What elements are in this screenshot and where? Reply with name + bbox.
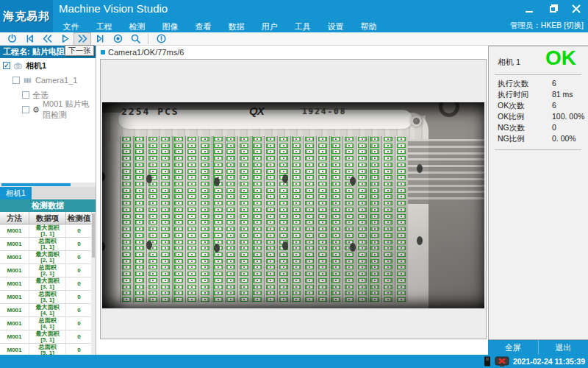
tree-item-2[interactable]: Camera1_1 xyxy=(0,73,96,88)
detection-box xyxy=(122,214,131,219)
toolbar-last-image-button[interactable] xyxy=(91,32,109,46)
menu-item-10[interactable]: 帮助 xyxy=(352,21,385,33)
run-icon xyxy=(60,33,71,44)
cell-method: M001 xyxy=(0,238,29,250)
toolbar-run-button[interactable] xyxy=(56,32,74,46)
exit-button[interactable]: 退出 xyxy=(539,340,588,355)
tab-camera1[interactable]: 相机1 xyxy=(0,187,32,199)
scrollbar-thumb[interactable] xyxy=(92,213,95,258)
detection-box xyxy=(201,233,209,238)
close-button[interactable] xyxy=(570,3,582,15)
menu-item-3[interactable]: 检测 xyxy=(121,21,154,33)
minimize-button[interactable] xyxy=(523,3,535,15)
detection-box xyxy=(370,214,379,219)
scrollbar-thumb[interactable] xyxy=(1,183,71,186)
tree-item-1[interactable]: ✓相机1 xyxy=(0,58,96,73)
detection-box xyxy=(174,240,183,244)
detection-box xyxy=(358,214,367,219)
menu-item-5[interactable]: 查看 xyxy=(187,21,220,33)
menu-item-2[interactable]: 工程 xyxy=(87,21,121,33)
detection-box xyxy=(305,149,314,154)
detection-box xyxy=(397,201,406,205)
detection-box xyxy=(384,156,392,160)
detection-box xyxy=(148,149,157,154)
detection-box xyxy=(226,188,235,193)
detection-box xyxy=(135,208,144,212)
table-row[interactable]: M001最大面积[4, 1]0 xyxy=(0,304,92,317)
camera-image[interactable]: 2254 PCS QX 1924-08 xyxy=(102,102,484,308)
detection-box xyxy=(122,252,131,257)
restore-button[interactable] xyxy=(547,3,559,15)
toolbar-info-button[interactable] xyxy=(152,32,170,46)
toolbar-power-button[interactable] xyxy=(3,32,21,46)
detection-box xyxy=(331,169,340,174)
detection-box xyxy=(397,214,406,219)
data-item-index: [4, 1] xyxy=(40,324,54,330)
tree-item-label: Camera1_1 xyxy=(35,76,77,85)
table-row[interactable]: M001总面积[1, 1]0 xyxy=(0,238,92,251)
detection-box xyxy=(201,214,209,219)
table-row[interactable]: M001最大面积[3, 1]0 xyxy=(0,277,92,291)
toolbar-prev-image-button[interactable] xyxy=(38,32,56,46)
detection-box xyxy=(331,175,340,180)
table-row[interactable]: M001总面积[3, 1]0 xyxy=(0,291,92,304)
checkbox[interactable] xyxy=(22,91,29,99)
toolbar-next-image-button[interactable] xyxy=(74,32,91,46)
tree-item-4[interactable]: ⚙M001 贴片电阻检测 xyxy=(0,102,96,117)
toolbar-zoom-button[interactable] xyxy=(126,32,144,46)
fullscreen-button[interactable]: 全屏 xyxy=(488,340,539,355)
menu-item-1[interactable]: 文件 xyxy=(54,21,87,33)
toolbar-record-button[interactable] xyxy=(109,32,126,46)
detection-box xyxy=(397,208,406,212)
detection-box xyxy=(135,252,144,257)
detection-box xyxy=(187,156,196,160)
stat-row: NG比例0. 00% xyxy=(489,134,588,145)
detection-box xyxy=(135,149,144,154)
detection-box xyxy=(240,149,248,154)
checkbox[interactable] xyxy=(12,77,20,84)
table-row[interactable]: M001最大面积[5, 1]0 xyxy=(0,330,92,344)
table-row[interactable]: M001总面积[2, 1]0 xyxy=(0,264,92,277)
table-row[interactable]: M001最大面积[2, 1]0 xyxy=(0,251,92,264)
detection-box xyxy=(331,259,340,263)
detection-box xyxy=(226,297,235,302)
menu-item-8[interactable]: 工具 xyxy=(286,21,319,33)
checkbox[interactable]: ✓ xyxy=(3,62,10,69)
detection-box xyxy=(384,272,392,276)
table-row[interactable]: M001最大面积[1, 1]0 xyxy=(0,224,92,238)
detection-box xyxy=(226,291,235,295)
menu-item-6[interactable]: 数据 xyxy=(220,21,253,33)
menu-item-7[interactable]: 用户 xyxy=(253,21,286,33)
menu-item-4[interactable]: 图像 xyxy=(154,21,187,33)
detection-box xyxy=(161,246,170,250)
detection-box xyxy=(370,175,379,180)
detection-box xyxy=(226,156,235,160)
detection-box xyxy=(226,278,235,283)
detection-box xyxy=(397,252,406,257)
detection-box xyxy=(370,272,379,276)
detection-box xyxy=(279,214,288,219)
divider xyxy=(495,74,581,75)
detection-box xyxy=(148,163,157,167)
cell-method: M001 xyxy=(0,330,29,343)
switch-user-button[interactable]: [切换] xyxy=(564,21,584,29)
table-column-headers: 方法 数据项 检测值 xyxy=(0,212,92,224)
sprocket-hole xyxy=(214,244,220,252)
menu-item-9[interactable]: 设置 xyxy=(319,21,352,33)
detection-box xyxy=(358,194,367,199)
detection-box xyxy=(161,169,170,174)
detection-box xyxy=(279,208,288,212)
checkbox[interactable] xyxy=(22,106,29,113)
sprocket-hole xyxy=(350,177,356,185)
component-strip xyxy=(264,136,277,302)
detection-box xyxy=(187,194,196,199)
detection-box xyxy=(174,156,183,160)
table-row[interactable]: M001总面积[5, 1]0 xyxy=(0,344,92,355)
vertical-scrollbar[interactable] xyxy=(91,212,96,355)
sprocket-hole xyxy=(146,174,152,183)
cell-detect-value: 0 xyxy=(66,304,92,316)
toolbar-first-image-button[interactable] xyxy=(21,32,38,46)
table-row[interactable]: M001总面积[4, 1]0 xyxy=(0,317,92,330)
detection-box xyxy=(318,259,327,263)
image-result-label: Camera1/OK/77ms/6 xyxy=(101,48,184,57)
